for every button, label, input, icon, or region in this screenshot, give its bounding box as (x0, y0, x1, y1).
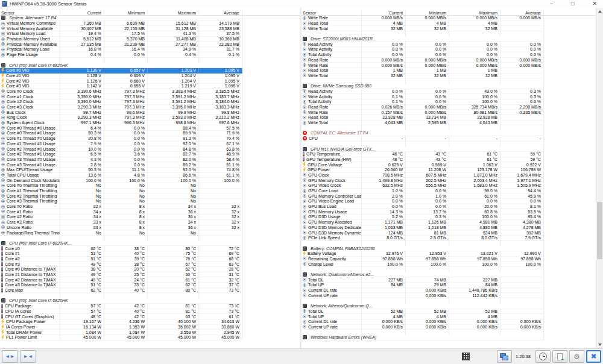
sensor-row[interactable]: Current UP rate0.000 KB/s112.442 KB/s (302, 293, 596, 298)
sensor-row[interactable]: Package/Ring Thermal ThrottlingNoNoNo (0, 230, 300, 236)
sensor-row[interactable]: GPU Temperature48 °C43 °C61 °C59 °C (302, 152, 596, 157)
sensor-row[interactable]: GPU Bus Load0.0 %0.0 %20.0 %8.1 % (302, 204, 596, 210)
sensor-row[interactable]: On-Demand Clock Modulation100.0 %100.0 %… (0, 178, 300, 183)
sensor-row[interactable]: Core #2 Clock3,390.0 MHz797.3 MHz3,591.2… (0, 99, 300, 105)
vertical-scrollbar[interactable] (596, 8, 603, 348)
sensor-row[interactable]: Core #3 Distance to TjMAX51 °C33 °C62 °C… (0, 283, 300, 288)
sensor-row[interactable]: CPU---- (302, 136, 596, 142)
sensor-row[interactable]: Core #1 Ratio34 x8 x36 x32 x (0, 209, 300, 215)
minimize-icon[interactable]: – (550, 0, 553, 8)
sensor-row[interactable]: Core #0 Distance to TjMAX38 °C20 °C62 °C… (0, 267, 300, 272)
sensor-row[interactable]: Core #1 Distance to TjMAX49 °C25 °C60 °C… (0, 272, 300, 278)
sensor-row[interactable]: Max CPU/Thread Usage50.3 %11.1 %92.0 %74… (0, 168, 300, 173)
sensor-row[interactable]: Read Activity0.0 %0.0 %43.0 %0.3 % (302, 89, 596, 95)
sensor-row[interactable]: Physical Memory Available27,135 MB21,239… (0, 42, 300, 47)
sensor-row[interactable]: Read Rate0.026 MB/s0.000 MB/s325.734 MB/… (302, 105, 596, 110)
sensor-row[interactable]: PCIe Link Speed8.0 GT/s2.5 GT/s8.0 GT/s7… (302, 236, 596, 241)
sensor-row[interactable]: Total DRAM Power1.084 W1.084 W3.553 W2.9… (0, 330, 300, 335)
sensor-row[interactable]: Core #3 Thread #1 Usage2.8 %0.0 %89.2 %5… (0, 162, 300, 168)
section-header-row[interactable]: Drive: ST2000LM003 HN-M201R... (302, 37, 596, 42)
sensor-row[interactable]: GPU D3D Usage5.2 %0.3 %100.0 %95.4 % (302, 215, 596, 220)
sensor-row[interactable]: Charge Level100.0 %100.0 %100.0 %100.0 % (302, 262, 596, 267)
logging-button[interactable] (552, 350, 567, 363)
sensor-row[interactable]: Core #2 Thread #0 Usage10.0 %0.0 %84.8 %… (0, 146, 300, 152)
sensor-row[interactable]: Read Activity0.0 %0.0 %0.0 %0.0 % (302, 42, 596, 47)
sensor-row[interactable]: Core #251 °C39 °C76 °C68 °C (0, 257, 300, 262)
sensor-row[interactable]: Core #0 Ratio32 x8 x34 x32 x (0, 204, 300, 210)
sensor-row[interactable]: Write Total32 MB32 MB32 MB (302, 26, 596, 31)
scroll-up-icon[interactable] (596, 8, 603, 15)
sensor-row[interactable]: GPU Memory Clock1,499.8 MHz202.5 MHz2,00… (302, 178, 596, 183)
sensor-row[interactable]: Write Activity0.0 %0.0 %0.0 %0.0 % (302, 47, 596, 52)
sensor-row[interactable]: Total Activity0.0 %0.0 %0.0 %0.0 % (302, 52, 596, 58)
sensor-row[interactable]: Total Activity0.1 %0.0 %100.0 %0.6 % (302, 99, 596, 105)
sensor-row[interactable]: Core #2 VID1.126 V0.660 V1.204 V1.095 V (0, 78, 300, 84)
sensor-row[interactable]: GPU Clock708.5 MHz607.5 MHz1,873.0 MHz1,… (302, 173, 596, 178)
sensor-row[interactable]: Core #3 Ratio33 x8 x34 x32 x (0, 220, 300, 225)
sensor-row[interactable]: Core #062 °C38 °C80 °C72 °C (0, 246, 300, 251)
column-header-average[interactable]: Average (500, 10, 544, 16)
sensor-row[interactable]: Battery Voltage12.976 V12.953 V13.021 V1… (302, 251, 596, 257)
close-button[interactable]: ✖ (586, 350, 601, 363)
sensor-row[interactable]: Write Total4,043 MB2,595 MB4,043 MB (302, 121, 596, 126)
column-header-minimum[interactable]: Minimum (104, 10, 148, 16)
sensor-row[interactable]: Current UP rate0.000 KB/s0.000 KB/s0.000… (302, 325, 596, 330)
collapse-columns-button[interactable]: ►◄ (20, 350, 36, 363)
sensor-row[interactable]: Read Total23,928 MB13,734 MB23,928 MB (302, 115, 596, 121)
sensor-row[interactable]: Virtual Memory Load19.4 %17.5 %41.3 %37.… (0, 31, 300, 37)
section-header-row[interactable]: CPU [#0]: Intel Core i7-6820HK... (0, 241, 300, 246)
sensor-row[interactable]: Core #0 Thermal ThrottlingNoNoNo (0, 183, 300, 189)
sensor-row[interactable]: Write Activity0.1 %0.0 %100.0 %0.3 % (302, 94, 596, 99)
section-header-row[interactable]: Battery: COMPAL PABAS0241231 (302, 246, 596, 251)
column-header-average[interactable]: Average (199, 10, 242, 16)
sensor-row[interactable]: Physical Memory Load16.8 %16.4 %34.9 %31… (0, 47, 300, 52)
sensor-row[interactable]: Physical Memory Used5,512 MB5,370 MB11,4… (0, 37, 300, 42)
sensor-row[interactable]: Total DL52 MB52 MB52 MB (302, 309, 596, 315)
sensor-row[interactable]: Read Rate0.000 MB/s0.000 MB/s0.000 MB/s0… (302, 58, 596, 63)
sensor-row[interactable]: CPU IA Cores57 °C40 °C81 °C73 °C (0, 309, 300, 315)
sensor-row[interactable]: Current DL rate0.000 KB/s0.000 KB/s0.000… (302, 319, 596, 325)
remote-monitoring-button[interactable] (497, 350, 512, 363)
sensor-row[interactable]: Write Rate0.000 MB/s0.000 MB/s0.000 MB/s… (302, 16, 596, 21)
sensor-row[interactable]: Core #3 VID1.142 V0.655 V1.219 V1.095 V (0, 84, 300, 89)
close-icon[interactable]: ✕ (592, 0, 597, 8)
sensor-row[interactable]: GPU Memory Allocated1,171 MB1,126 MB4,98… (302, 220, 596, 225)
sensor-row[interactable]: Core #0 Thread #1 Usage50.3 %0.0 %89.9 %… (0, 131, 300, 136)
column-header-minimum[interactable]: Minimum (406, 10, 449, 16)
sensor-row[interactable]: GPU Core Voltage0.625 V0.569 V1.063 V0.9… (302, 162, 596, 168)
section-header-row[interactable]: GPU [#1]: NVIDIA GeForce GTX... (302, 146, 596, 152)
sensor-row[interactable]: GPU Memory Controller Load2.0 %1.0 %61.0… (302, 193, 596, 199)
clock-button[interactable] (535, 350, 551, 363)
scroll-down-icon[interactable] (596, 341, 603, 348)
sensor-row[interactable]: Bus Clock99.7 MHz99.6 MHz99.9 MHz99.8 MH… (0, 110, 300, 115)
sensor-row[interactable]: Core #2 Ratio34 x8 x36 x32 x (0, 215, 300, 220)
sensor-row[interactable]: Remaining Capacity97.858 Wh97.858 Wh97.8… (302, 257, 596, 262)
sensor-row[interactable]: Read Total4 MB4 MB4 MB (302, 21, 596, 27)
column-header-sensor[interactable]: Sensor (302, 10, 362, 16)
sensor-row[interactable]: Core #1 Thread #0 Usage20.8 %0.0 %91.3 %… (0, 136, 300, 142)
sensor-row[interactable]: Uncore Ratio33 x8 x36 x32 x (0, 225, 300, 231)
sensor-row[interactable]: Core Max62 °C40 °C80 °C73 °C (0, 288, 300, 293)
sensor-row[interactable]: Virtual Memory Available30,407 MB22,155 … (0, 26, 300, 31)
sensor-row[interactable]: Write Total32 MB32 MB32 MB (302, 74, 596, 79)
sensor-row[interactable]: GPU D3D Memory Dynamic124 MB81 MB524 MB3… (302, 230, 596, 236)
sensor-row[interactable]: Total DL227 MB74 MB227 MB (302, 277, 596, 283)
column-header-maximum[interactable]: Maximum (148, 10, 199, 16)
sensor-row[interactable]: Total UP4 MB4 MB4 MB (302, 314, 596, 319)
sensor-row[interactable]: GPU Memory Usage14.3 %13.7 %60.8 %53.5 % (302, 209, 596, 215)
section-header-row[interactable]: COMPAL EC: Alienware 17 R4 (302, 131, 596, 136)
column-header-current[interactable]: Current (362, 10, 406, 16)
sensor-row[interactable]: GPU Power26.560 W11.208 W123.178 W106.78… (302, 168, 596, 173)
settings-button[interactable]: ⚙ (569, 350, 584, 363)
sensor-row[interactable]: Core #349 °C38 °C67 °C63 °C (0, 262, 300, 267)
section-header-row[interactable]: Drive: NVMe Samsung SSD 950 (302, 84, 596, 89)
sensor-row[interactable]: Current DL rate0.000 KB/s1,448.786 KB/s (302, 288, 596, 293)
section-header-row[interactable]: Windows Hardware Errors (WHEA) (302, 335, 596, 340)
sensor-row[interactable]: CPU Package Power19.167 W4.236 W40.100 W… (0, 319, 300, 325)
sensor-row[interactable]: Virtual Memory Commited7,360 MB6,639 MB1… (0, 21, 300, 27)
sensor-row[interactable]: Core #1 VID1.128 V0.659 V1.204 V1.095 V (0, 74, 300, 79)
sensor-row[interactable]: GPU Temperature (HW)48 °C43 °C61 °C59 °C (302, 157, 596, 163)
sensor-row[interactable]: Core #0 Clock3,190.6 MHz797.3 MHz3,393.4… (0, 89, 300, 95)
section-header-row[interactable]: CPU [#0]: Intel Core i7-6820HK (0, 63, 300, 68)
sensor-row[interactable]: Ring Clock3,290.3 MHz797.3 MHz3,593.0 MH… (0, 115, 300, 121)
